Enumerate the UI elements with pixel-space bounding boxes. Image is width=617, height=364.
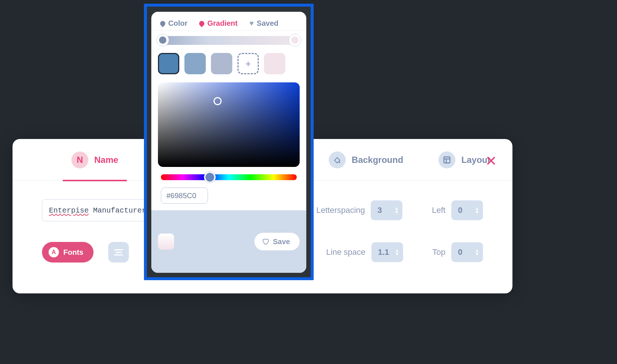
picker-footer: Save [151, 210, 306, 273]
letterspacing-stepper[interactable]: 3 ▲▼ [371, 200, 402, 220]
stepper-arrows-icon: ▲▼ [394, 207, 399, 214]
save-button[interactable]: Save [254, 233, 300, 250]
top-label: Top [433, 247, 445, 257]
stepper-arrows-icon: ▲▼ [475, 249, 479, 256]
close-icon[interactable]: ✕ [485, 153, 497, 169]
gradient-bar[interactable] [158, 36, 300, 45]
picker-tabs: Color Gradient ♥ Saved [151, 12, 306, 31]
tab-name-icon: N [71, 151, 88, 168]
saturation-value-field[interactable] [158, 82, 300, 167]
bucket-icon [329, 151, 346, 168]
save-button-label: Save [273, 238, 290, 246]
fonts-button[interactable]: A Fonts [42, 242, 94, 263]
linespace-label: Line space [326, 247, 365, 257]
hue-thumb[interactable] [204, 172, 215, 183]
swatch-1[interactable] [158, 53, 179, 74]
left-label: Left [432, 206, 445, 215]
tab-name[interactable]: N Name [71, 151, 118, 168]
heart-icon: ♥ [249, 19, 254, 28]
color-picker: Color Gradient ♥ Saved + [151, 12, 306, 273]
top-value: 0 [458, 247, 462, 257]
left-stepper[interactable]: 0 ▲▼ [451, 200, 483, 220]
picker-tab-gradient[interactable]: Gradient [199, 19, 237, 28]
letterspacing-label: Letterspacing [316, 206, 365, 215]
color-picker-highlight: Color Gradient ♥ Saved + [144, 4, 314, 280]
drop-icon [159, 20, 166, 27]
top-stepper[interactable]: 0 ▲▼ [451, 242, 483, 262]
hex-input[interactable] [161, 188, 208, 204]
hue-slider[interactable] [161, 174, 297, 180]
letterspacing-value: 3 [377, 206, 382, 215]
picker-tab-color[interactable]: Color [160, 19, 187, 28]
stepper-arrows-icon: ▲▼ [475, 207, 479, 214]
letterspacing-field: Letterspacing 3 ▲▼ [333, 200, 402, 220]
fonts-button-label: Fonts [63, 248, 83, 257]
preview-swatch [158, 233, 174, 250]
name-input-misspelled: Enterpise [49, 206, 89, 215]
tab-background-label: Background [352, 155, 403, 165]
swatch-2[interactable] [184, 53, 206, 74]
gradient-stop-right[interactable] [289, 34, 301, 46]
picker-tab-color-label: Color [168, 19, 187, 28]
name-input[interactable]: Enterpise Manufacturers [42, 199, 160, 221]
picker-tab-gradient-label: Gradient [207, 19, 237, 28]
gradient-stop-left[interactable] [156, 34, 169, 46]
sv-cursor-icon[interactable] [214, 97, 222, 105]
picker-tab-saved[interactable]: ♥ Saved [249, 19, 278, 28]
swatch-row: + [151, 45, 306, 74]
align-center-icon [114, 248, 123, 257]
stepper-arrows-icon: ▲▼ [395, 249, 399, 256]
hex-row [151, 180, 306, 204]
linespace-stepper[interactable]: 1.1 ▲▼ [371, 242, 403, 262]
picker-tab-saved-label: Saved [257, 19, 278, 28]
name-input-rest [89, 206, 93, 215]
svg-rect-1 [444, 157, 450, 163]
fonts-icon: A [49, 247, 59, 257]
align-button[interactable] [108, 242, 129, 263]
heart-icon [262, 238, 269, 245]
tab-name-label: Name [94, 155, 118, 165]
top-field: Top 0 ▲▼ [433, 242, 483, 262]
layout-icon [438, 151, 455, 168]
left-value: 0 [458, 206, 462, 215]
swatch-3[interactable] [211, 53, 232, 74]
linespace-value: 1.1 [378, 247, 389, 257]
left-field: Left 0 ▲▼ [432, 200, 483, 220]
tab-background[interactable]: Background [329, 151, 403, 168]
drop-icon [198, 20, 205, 27]
linespace-field: Line space 1.1 ▲▼ [342, 242, 403, 262]
tab-layout[interactable]: Layout [438, 151, 490, 168]
swatch-5[interactable] [264, 53, 285, 74]
swatch-add[interactable]: + [237, 53, 259, 74]
svg-point-0 [339, 161, 341, 163]
